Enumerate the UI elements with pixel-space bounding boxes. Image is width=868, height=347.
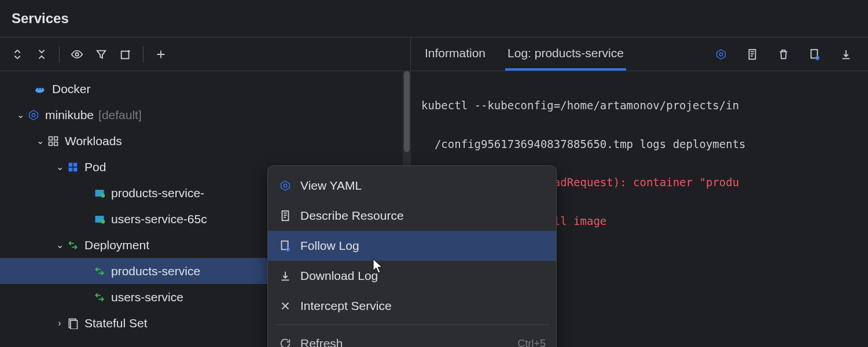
left-toolbar xyxy=(0,38,411,71)
svg-point-24 xyxy=(284,184,287,187)
menu-describe-resource[interactable]: Describe Resource xyxy=(268,201,556,231)
tree-label: Workloads xyxy=(65,134,122,148)
menu-intercept-service[interactable]: Intercept Service xyxy=(268,291,556,321)
delete-icon[interactable] xyxy=(773,44,794,65)
tree-label: Deployment xyxy=(84,238,149,252)
chevron-down-icon[interactable]: ⌄ xyxy=(53,239,66,250)
collapse-all-button[interactable] xyxy=(31,44,52,65)
svg-rect-14 xyxy=(73,163,78,167)
svg-rect-10 xyxy=(54,136,58,140)
menu-view-yaml[interactable]: View YAML xyxy=(268,171,556,201)
docker-icon xyxy=(34,82,47,96)
pod-icon xyxy=(66,160,80,174)
menu-follow-log[interactable]: Follow Log xyxy=(268,231,556,261)
tree-label: minikube xyxy=(45,108,94,122)
tree-label: products-service- xyxy=(111,186,204,200)
chevron-down-icon[interactable]: ⌄ xyxy=(34,135,46,146)
svg-rect-12 xyxy=(54,142,58,145)
menu-separator xyxy=(275,324,549,325)
svg-point-18 xyxy=(101,193,105,197)
view-button[interactable] xyxy=(67,44,87,65)
workloads-icon xyxy=(46,134,60,148)
tree-label: Docker xyxy=(52,82,91,96)
tree-item-docker[interactable]: Docker xyxy=(0,76,411,102)
deployment-icon xyxy=(66,238,80,252)
filter-button[interactable] xyxy=(91,44,112,65)
follow-log-icon[interactable] xyxy=(804,44,825,65)
menu-label: Refresh xyxy=(300,337,343,347)
svg-rect-16 xyxy=(73,167,78,171)
deployment-icon xyxy=(93,264,106,278)
container-icon xyxy=(93,186,106,200)
svg-rect-15 xyxy=(69,167,73,171)
svg-rect-13 xyxy=(69,163,73,167)
add-service-button[interactable] xyxy=(150,44,171,65)
document-icon xyxy=(278,209,292,223)
tree-label: users-service-65c xyxy=(111,212,207,226)
tab-log[interactable]: Log: products-service xyxy=(505,38,626,71)
tree-suffix: [default] xyxy=(98,108,142,122)
log-line: /config9561736940837885650.tmp logs depl… xyxy=(421,135,858,154)
svg-marker-2 xyxy=(717,49,726,59)
download-icon xyxy=(278,269,292,283)
svg-point-8 xyxy=(32,113,35,117)
follow-log-icon xyxy=(278,239,292,253)
container-icon xyxy=(93,212,106,226)
tab-information[interactable]: Information xyxy=(422,38,488,71)
log-line: kubectl --kubeconfig=/home/artamonov/pro… xyxy=(421,96,858,115)
svg-rect-9 xyxy=(49,136,53,140)
chevron-right-icon[interactable]: › xyxy=(53,318,66,328)
chevron-down-icon[interactable]: ⌄ xyxy=(14,109,27,120)
menu-label: Intercept Service xyxy=(300,299,392,313)
svg-marker-7 xyxy=(30,110,38,120)
intercept-icon xyxy=(278,299,292,313)
statefulset-icon xyxy=(66,316,80,330)
refresh-icon xyxy=(278,337,292,347)
menu-refresh[interactable]: Refresh Ctrl+5 xyxy=(268,328,556,347)
tree-item-minikube[interactable]: ⌄ minikube [default] xyxy=(0,102,411,128)
menu-shortcut: Ctrl+5 xyxy=(517,338,546,348)
deployment-icon xyxy=(93,290,106,304)
separator xyxy=(59,46,60,62)
menu-label: Describe Resource xyxy=(300,209,404,223)
tree-label: Stateful Set xyxy=(84,316,148,330)
context-menu: View YAML Describe Resource Follow Log D… xyxy=(267,165,557,347)
menu-download-log[interactable]: Download Log xyxy=(268,261,556,291)
download-log-icon[interactable] xyxy=(836,44,856,65)
toolbar: Information Log: products-service xyxy=(0,38,868,71)
svg-rect-11 xyxy=(49,142,53,145)
svg-point-20 xyxy=(101,219,105,223)
kube-settings-icon xyxy=(278,179,292,193)
kubernetes-icon xyxy=(27,108,41,122)
log-actions xyxy=(711,44,856,65)
svg-rect-1 xyxy=(122,51,129,58)
svg-point-3 xyxy=(719,53,723,56)
menu-label: View YAML xyxy=(300,179,362,193)
right-tabs: Information Log: products-service xyxy=(411,38,868,71)
describe-icon[interactable] xyxy=(742,44,763,65)
chevron-down-icon[interactable]: ⌄ xyxy=(53,161,66,172)
tree-label: users-service xyxy=(111,290,183,304)
svg-point-0 xyxy=(75,53,79,56)
svg-marker-23 xyxy=(281,181,290,191)
expand-all-button[interactable] xyxy=(7,44,28,65)
panel-title: Services xyxy=(0,0,868,38)
menu-label: Download Log xyxy=(300,269,378,283)
svg-rect-22 xyxy=(71,320,78,329)
kube-settings-icon[interactable] xyxy=(711,44,731,65)
tree-label: Pod xyxy=(84,160,106,174)
menu-label: Follow Log xyxy=(300,239,359,253)
tree-item-workloads[interactable]: ⌄ Workloads xyxy=(0,128,411,154)
open-new-tab-button[interactable] xyxy=(115,44,136,65)
separator xyxy=(143,46,144,62)
tree-label: products-service xyxy=(111,264,200,278)
